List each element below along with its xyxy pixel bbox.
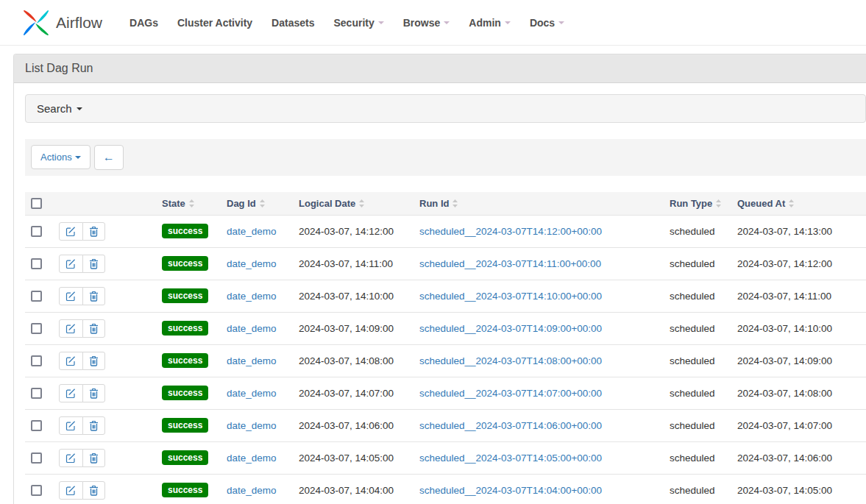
edit-record-button[interactable] bbox=[59, 222, 83, 241]
chevron-down-icon bbox=[75, 156, 81, 159]
dag-id-link[interactable]: date_demo bbox=[227, 323, 277, 334]
trash-icon bbox=[89, 420, 99, 431]
table-row: success date_demo 2024-03-07, 14:06:00 s… bbox=[25, 409, 866, 441]
dag-id-cell: date_demo bbox=[221, 474, 293, 504]
edit-icon bbox=[65, 323, 77, 334]
run-id-link[interactable]: scheduled__2024-03-07T14:04:00+00:00 bbox=[419, 485, 602, 496]
nav-item[interactable]: Admin bbox=[459, 17, 520, 29]
delete-record-button[interactable] bbox=[82, 481, 105, 500]
column-label: Run Id bbox=[419, 198, 449, 209]
state-cell: success bbox=[156, 474, 221, 504]
edit-record-button[interactable] bbox=[59, 287, 83, 305]
edit-record-button[interactable] bbox=[59, 449, 83, 467]
column-header-run-type[interactable]: Run Type bbox=[664, 192, 731, 216]
search-accordion-toggle[interactable]: Search bbox=[25, 94, 866, 123]
row-checkbox[interactable] bbox=[31, 485, 42, 496]
delete-record-button[interactable] bbox=[82, 416, 105, 435]
state-cell: success bbox=[156, 441, 221, 474]
run-type-cell: scheduled bbox=[664, 409, 731, 441]
row-checkbox[interactable] bbox=[31, 258, 42, 269]
trash-icon bbox=[89, 355, 99, 366]
trash-icon bbox=[89, 388, 99, 399]
dag-id-link[interactable]: date_demo bbox=[227, 485, 277, 496]
nav-item[interactable]: Security bbox=[324, 17, 393, 29]
edit-record-button[interactable] bbox=[59, 416, 83, 435]
nav-item[interactable]: Browse bbox=[394, 17, 460, 29]
sort-icon[interactable] bbox=[452, 199, 458, 208]
run-id-link[interactable]: scheduled__2024-03-07T14:07:00+00:00 bbox=[419, 388, 602, 399]
delete-record-button[interactable] bbox=[82, 287, 105, 305]
edit-record-button[interactable] bbox=[59, 384, 83, 402]
select-all-header-cell bbox=[25, 192, 53, 216]
logical-date-cell: 2024-03-07, 14:10:00 bbox=[293, 280, 414, 312]
nav-item[interactable]: Datasets bbox=[262, 17, 324, 29]
actions-label: Actions bbox=[40, 152, 72, 163]
table-row: success date_demo 2024-03-07, 14:07:00 s… bbox=[25, 377, 866, 409]
sort-icon[interactable] bbox=[358, 199, 365, 208]
run-type-cell: scheduled bbox=[664, 215, 731, 247]
run-id-link[interactable]: scheduled__2024-03-07T14:08:00+00:00 bbox=[419, 355, 602, 366]
sort-icon[interactable] bbox=[715, 199, 722, 208]
page-title: List Dag Run bbox=[14, 54, 866, 83]
delete-record-button[interactable] bbox=[82, 222, 105, 241]
chevron-down-icon bbox=[77, 107, 82, 110]
edit-record-button[interactable] bbox=[59, 255, 83, 273]
delete-record-button[interactable] bbox=[82, 255, 105, 273]
dag-id-link[interactable]: date_demo bbox=[227, 452, 277, 464]
edit-record-button[interactable] bbox=[59, 481, 83, 500]
status-badge: success bbox=[162, 256, 208, 271]
row-checkbox[interactable] bbox=[31, 323, 42, 334]
dag-id-link[interactable]: date_demo bbox=[227, 258, 277, 269]
run-id-link[interactable]: scheduled__2024-03-07T14:05:00+00:00 bbox=[419, 452, 602, 464]
sort-icon[interactable] bbox=[259, 199, 266, 208]
row-checkbox[interactable] bbox=[31, 291, 42, 302]
nav-item[interactable]: Cluster Activity bbox=[168, 17, 262, 29]
run-id-cell: scheduled__2024-03-07T14:08:00+00:00 bbox=[414, 344, 664, 377]
delete-record-button[interactable] bbox=[82, 384, 105, 402]
run-id-link[interactable]: scheduled__2024-03-07T14:10:00+00:00 bbox=[419, 291, 602, 302]
edit-record-button[interactable] bbox=[59, 352, 83, 370]
column-header-logical-date[interactable]: Logical Date bbox=[293, 192, 414, 216]
row-checkbox[interactable] bbox=[31, 452, 42, 464]
run-id-link[interactable]: scheduled__2024-03-07T14:11:00+00:00 bbox=[419, 258, 601, 269]
row-checkbox[interactable] bbox=[31, 388, 42, 399]
table-row: success date_demo 2024-03-07, 14:11:00 s… bbox=[25, 247, 866, 280]
nav-item[interactable]: Docs bbox=[520, 17, 574, 29]
edit-record-button[interactable] bbox=[59, 319, 83, 338]
nav-item[interactable]: DAGs bbox=[120, 17, 168, 29]
delete-record-button[interactable] bbox=[82, 319, 105, 338]
column-header-queued-at[interactable]: Queued At bbox=[731, 192, 866, 216]
back-button[interactable]: ← bbox=[94, 145, 124, 170]
run-id-link[interactable]: scheduled__2024-03-07T14:09:00+00:00 bbox=[419, 323, 602, 334]
column-header-dag-id[interactable]: Dag Id bbox=[221, 192, 293, 216]
actions-dropdown-button[interactable]: Actions bbox=[31, 145, 90, 169]
run-id-link[interactable]: scheduled__2024-03-07T14:12:00+00:00 bbox=[419, 226, 602, 237]
trash-icon bbox=[89, 258, 99, 269]
delete-record-button[interactable] bbox=[82, 352, 105, 370]
row-checkbox[interactable] bbox=[31, 226, 42, 237]
delete-record-button[interactable] bbox=[82, 449, 105, 467]
dag-id-link[interactable]: date_demo bbox=[227, 388, 277, 399]
airflow-brand[interactable]: Airflow bbox=[22, 9, 102, 37]
column-header-run-id[interactable]: Run Id bbox=[414, 192, 664, 216]
run-type-cell: scheduled bbox=[664, 280, 731, 312]
run-id-cell: scheduled__2024-03-07T14:12:00+00:00 bbox=[414, 215, 664, 247]
sort-icon[interactable] bbox=[188, 199, 195, 208]
column-header-state[interactable]: State bbox=[156, 192, 221, 216]
queued-at-cell: 2024-03-07, 14:11:00 bbox=[731, 280, 866, 312]
dag-id-link[interactable]: date_demo bbox=[227, 226, 277, 237]
nav-item-label: Admin bbox=[469, 17, 501, 29]
select-all-checkbox[interactable] bbox=[31, 198, 42, 209]
row-select-cell bbox=[25, 215, 53, 247]
trash-icon bbox=[89, 452, 99, 464]
edit-icon bbox=[65, 226, 77, 237]
run-id-link[interactable]: scheduled__2024-03-07T14:06:00+00:00 bbox=[419, 420, 602, 431]
row-checkbox[interactable] bbox=[31, 420, 42, 431]
nav-item-label: Datasets bbox=[271, 17, 314, 29]
row-checkbox[interactable] bbox=[31, 355, 42, 366]
sort-icon[interactable] bbox=[788, 199, 795, 208]
dag-id-link[interactable]: date_demo bbox=[227, 355, 277, 366]
row-select-cell bbox=[25, 474, 53, 504]
dag-id-link[interactable]: date_demo bbox=[227, 420, 277, 431]
dag-id-link[interactable]: date_demo bbox=[227, 291, 277, 302]
